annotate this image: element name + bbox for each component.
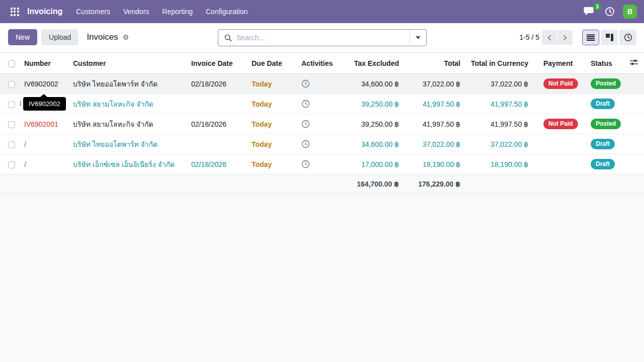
col-header-number[interactable]: Number xyxy=(24,53,73,74)
menu-configuration[interactable]: Configuration xyxy=(199,4,254,20)
total-in-currency-amount: 37,022.00 ฿ xyxy=(464,134,532,154)
clock-icon xyxy=(301,160,310,168)
col-header-status[interactable]: Status xyxy=(585,53,624,74)
status-badge: Posted xyxy=(591,119,621,129)
invoice-date: 02/18/2026 xyxy=(188,154,248,174)
col-header-activities[interactable]: Activities xyxy=(299,53,332,74)
activity-cell[interactable] xyxy=(299,94,332,114)
activity-menu-button[interactable] xyxy=(605,7,615,17)
customer-name: บริษัท เอ็กซ์เซล เอ็นจิเนียริ่ง จำกัด xyxy=(73,154,188,174)
hidden-invoice-number-fragment: I xyxy=(20,100,22,108)
actions-gear-icon[interactable]: ⚙ xyxy=(123,34,129,41)
row-checkbox[interactable] xyxy=(8,101,15,108)
invoice-number: IV6902001 xyxy=(24,114,73,134)
new-button[interactable]: New xyxy=(8,29,37,45)
messages-count-badge: 3 xyxy=(593,3,601,11)
invoice-date xyxy=(188,134,248,154)
user-avatar[interactable]: B xyxy=(623,5,637,19)
status-cell: Posted xyxy=(585,114,624,134)
invoice-number: / xyxy=(24,154,73,174)
pager-value[interactable]: 1-5 / 5 xyxy=(511,33,539,41)
total-amount: 41,997.50 ฿ xyxy=(403,94,464,114)
search-icon xyxy=(224,34,232,42)
due-date: Today xyxy=(248,134,299,154)
invoicing-app-window: Invoicing Customers Vendors Reporting Co… xyxy=(0,0,644,362)
col-header-tax-excluded[interactable]: Tax Excluded xyxy=(332,53,403,74)
pager-previous-button[interactable] xyxy=(542,30,557,45)
row-checkbox[interactable] xyxy=(8,81,15,88)
table-header-row: Number Customer Invoice Date Due Date Ac… xyxy=(0,53,644,74)
total-amount: 41,997.50 ฿ xyxy=(403,114,464,134)
total-in-currency-amount: 41,997.50 ฿ xyxy=(464,94,532,114)
payment-cell: Not Paid xyxy=(532,114,585,134)
col-header-customer[interactable]: Customer xyxy=(73,53,188,74)
invoices-table: Number Customer Invoice Date Due Date Ac… xyxy=(0,52,644,194)
invoice-number: / xyxy=(24,134,73,154)
status-cell: Draft xyxy=(585,94,624,114)
activity-cell[interactable] xyxy=(299,74,332,94)
total-in-currency-amount: 41,997.50 ฿ xyxy=(464,114,532,134)
messages-button[interactable]: 3 xyxy=(584,6,597,17)
status-cell: Draft xyxy=(585,154,624,174)
activity-cell[interactable] xyxy=(299,154,332,174)
payment-status-badge: Not Paid xyxy=(543,119,578,129)
total-in-currency-amount: 37,022.00 ฿ xyxy=(464,74,532,94)
sliders-icon xyxy=(630,59,638,66)
status-cell: Draft xyxy=(585,134,624,154)
clock-icon xyxy=(301,140,310,148)
col-header-total[interactable]: Total xyxy=(403,53,464,74)
activity-cell[interactable] xyxy=(299,134,332,154)
tax-excluded-amount: 17,000.00 ฿ xyxy=(332,154,403,174)
chevron-down-icon xyxy=(416,36,421,39)
col-header-total-in-currency[interactable]: Total in Currency xyxy=(464,53,532,74)
activity-cell[interactable] xyxy=(299,114,332,134)
total-amount: 37,022.00 ฿ xyxy=(403,74,464,94)
kanban-view-icon xyxy=(606,34,613,41)
customer-name: บริษัท ไทยออโตพาร์ท จำกัด xyxy=(73,134,188,154)
row-checkbox[interactable] xyxy=(8,121,15,128)
app-name[interactable]: Invoicing xyxy=(27,7,62,16)
table-row[interactable]: / บริษัท เอ็กซ์เซล เอ็นจิเนียริ่ง จำกัด … xyxy=(0,154,644,174)
chevron-right-icon xyxy=(562,35,568,41)
col-header-payment[interactable]: Payment xyxy=(532,53,585,74)
payment-cell: Not Paid xyxy=(532,74,585,94)
tax-excluded-amount: 34,600.00 ฿ xyxy=(332,134,403,154)
activity-view-icon xyxy=(624,33,632,42)
table-row[interactable]: บริษัท สยามโลหะกิจ จำกัด Today 39,250.00… xyxy=(0,94,644,114)
clock-icon xyxy=(301,79,310,88)
table-row[interactable]: / บริษัท ไทยออโตพาร์ท จำกัด Today 34,600… xyxy=(0,134,644,154)
grid-icon xyxy=(11,8,19,16)
col-header-invoice-date[interactable]: Invoice Date xyxy=(188,53,248,74)
invoice-date xyxy=(188,94,248,114)
row-checkbox[interactable] xyxy=(8,141,15,148)
pager-next-button[interactable] xyxy=(557,30,573,45)
menu-vendors[interactable]: Vendors xyxy=(117,4,155,20)
view-switcher-kanban[interactable] xyxy=(601,30,618,45)
customer-name: บริษัท สยามโลหะกิจ จำกัด xyxy=(73,114,188,134)
search-bar xyxy=(218,29,427,46)
view-switcher-activity[interactable] xyxy=(619,30,636,45)
search-filters-toggle[interactable] xyxy=(410,30,426,46)
menu-customers[interactable]: Customers xyxy=(69,4,117,20)
grand-total: 176,229.00 ฿ xyxy=(403,174,464,194)
search-input[interactable] xyxy=(236,34,410,42)
due-date: Today xyxy=(248,154,299,174)
select-all-checkbox[interactable] xyxy=(8,60,15,67)
totals-row: 164,700.00 ฿ 176,229.00 ฿ xyxy=(0,174,644,194)
total-amount: 37,022.00 ฿ xyxy=(403,134,464,154)
apps-grid-icon[interactable] xyxy=(7,4,22,19)
menu-reporting[interactable]: Reporting xyxy=(155,4,199,20)
col-header-due-date[interactable]: Due Date xyxy=(248,53,299,74)
table-row[interactable]: IV6902001 บริษัท สยามโลหะกิจ จำกัด 02/18… xyxy=(0,114,644,134)
status-cell: Posted xyxy=(585,74,624,94)
invoice-date: 02/18/2026 xyxy=(188,74,248,94)
optional-columns-button[interactable] xyxy=(624,53,644,74)
control-panel: New Upload Invoices ⚙ 1-5 / 5 xyxy=(0,23,644,52)
invoice-date: 02/18/2026 xyxy=(188,114,248,134)
view-switcher-list[interactable] xyxy=(582,30,599,45)
tax-excluded-amount: 39,250.00 ฿ xyxy=(332,94,403,114)
table-row[interactable]: IV6902002 บริษัท ไทยออโตพาร์ท จำกัด 02/1… xyxy=(0,74,644,94)
row-checkbox[interactable] xyxy=(8,161,15,168)
upload-button[interactable]: Upload xyxy=(41,29,78,45)
tooltip: IV6902002 xyxy=(23,97,66,111)
